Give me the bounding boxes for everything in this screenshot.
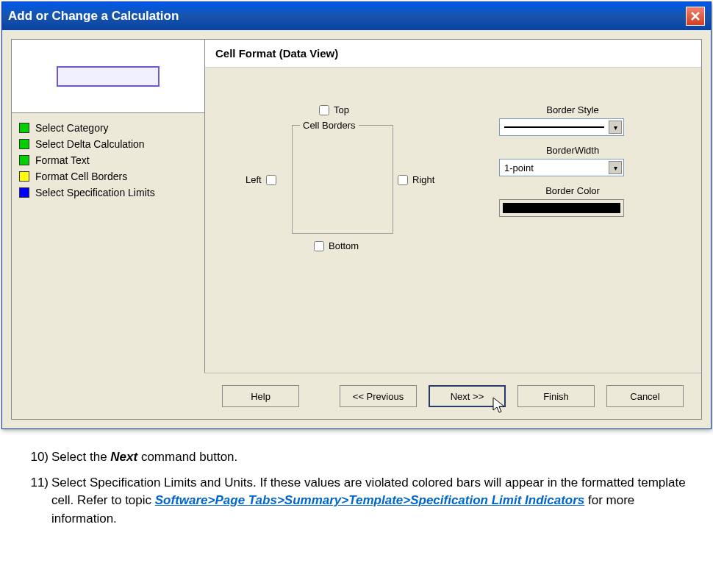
border-color-label: Border Color	[499, 185, 646, 196]
cell-preview	[12, 40, 204, 113]
wizard-panel: Select Category Select Delta Calculation…	[11, 39, 702, 420]
cell-borders-group: Top Left Cell Borders Right Bottom	[227, 104, 448, 266]
step-label: Select Category	[35, 122, 109, 134]
close-icon[interactable]	[686, 7, 705, 26]
instruction-item-10: 10) Select the Next command button.	[26, 448, 692, 467]
button-bar: Help << Previous Next >> Finish Cancel	[204, 373, 701, 419]
border-right-checkbox[interactable]: Right	[398, 174, 434, 185]
border-style-select[interactable]: ▾	[499, 118, 624, 136]
step-label: Select Specification Limits	[35, 187, 155, 198]
fieldset-legend: Cell Borders	[300, 120, 359, 131]
chevron-down-icon: ▾	[609, 121, 622, 134]
help-topic-link[interactable]: Software>Page Tabs>Summary>Template>Spec…	[155, 493, 584, 507]
border-top-checkbox[interactable]: Top	[319, 104, 349, 115]
step-select-delta[interactable]: Select Delta Calculation	[19, 138, 197, 150]
square-icon	[19, 187, 29, 198]
step-format-borders[interactable]: Format Cell Borders	[19, 171, 197, 182]
border-style-label: Border Style	[499, 104, 646, 115]
cursor-icon	[492, 397, 509, 416]
border-left-checkbox[interactable]: Left	[246, 174, 276, 185]
previous-button[interactable]: << Previous	[340, 385, 417, 407]
square-icon	[19, 139, 29, 149]
border-properties: Border Style ▾ BorderWidth 1-point ▾	[499, 104, 646, 217]
step-select-category[interactable]: Select Category	[19, 122, 197, 134]
color-swatch-icon	[503, 203, 620, 213]
step-label: Format Cell Borders	[35, 171, 127, 182]
dialog-body: Select Category Select Delta Calculation…	[2, 30, 711, 429]
line-style-icon	[504, 126, 604, 128]
square-icon	[19, 171, 29, 182]
border-width-select[interactable]: 1-point ▾	[499, 159, 624, 176]
wizard-content: Cell Format (Data View) Top Left Cell Bo…	[204, 40, 701, 419]
step-format-text[interactable]: Format Text	[19, 154, 197, 166]
wizard-sidebar: Select Category Select Delta Calculation…	[12, 40, 204, 419]
step-label: Format Text	[35, 154, 90, 166]
cell-preview-swatch	[57, 66, 160, 87]
finish-button[interactable]: Finish	[517, 385, 595, 407]
help-button[interactable]: Help	[222, 385, 299, 407]
border-width-label: BorderWidth	[499, 145, 646, 156]
border-width-value: 1-point	[504, 162, 534, 173]
border-color-select[interactable]	[499, 199, 624, 217]
window-title: Add or Change a Calculation	[8, 9, 179, 24]
chevron-down-icon: ▾	[609, 161, 622, 174]
page-title: Cell Format (Data View)	[204, 40, 701, 68]
square-icon	[19, 123, 29, 133]
step-list: Select Category Select Delta Calculation…	[12, 113, 204, 419]
square-icon	[19, 155, 29, 165]
dialog-window: Add or Change a Calculation Select Categ…	[1, 1, 712, 429]
cancel-button[interactable]: Cancel	[606, 385, 684, 407]
instruction-item-11: 11) Select Specification Limits and Unit…	[26, 474, 692, 528]
step-spec-limits[interactable]: Select Specification Limits	[19, 187, 197, 198]
instructions-text: 10) Select the Next command button. 11) …	[0, 431, 713, 551]
title-bar: Add or Change a Calculation	[2, 2, 711, 30]
step-label: Select Delta Calculation	[35, 138, 145, 150]
content-area: Top Left Cell Borders Right Bottom	[204, 68, 701, 373]
cell-borders-fieldset: Cell Borders	[292, 125, 393, 234]
border-bottom-checkbox[interactable]: Bottom	[314, 240, 359, 251]
next-button[interactable]: Next >>	[429, 385, 506, 407]
